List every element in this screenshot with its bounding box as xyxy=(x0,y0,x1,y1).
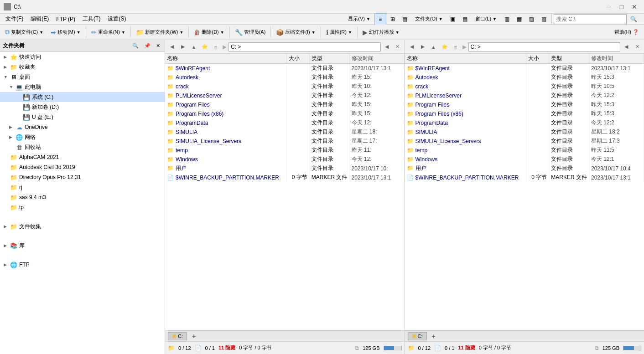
sidebar-item-dopus[interactable]: 📁 Directory Opus Pro 12.31 xyxy=(0,172,165,182)
col-header-name-right[interactable]: 名称 xyxy=(405,54,526,64)
table-row[interactable]: 📁Windows文件目录今天 12:1 xyxy=(405,155,644,164)
table-row[interactable]: 📁用户文件目录2023/10/17 10:4 xyxy=(405,164,644,173)
sidebar-item-onedrive[interactable]: ▶ ☁ OneDrive xyxy=(0,122,165,132)
folder-name[interactable]: ProgramData xyxy=(176,120,208,126)
col-header-date-right[interactable]: 修改时间 xyxy=(589,54,644,64)
left-tab[interactable]: ▣ C: xyxy=(168,332,187,340)
folder-name[interactable]: Windows xyxy=(415,156,438,163)
sidebar-item-desktop[interactable]: ▼ 🖥 桌面 xyxy=(0,72,165,82)
new-folder-button[interactable]: 📁 新建文件夹(W) ▼ xyxy=(133,26,187,38)
folder-name[interactable]: crack xyxy=(176,83,189,90)
back-btn-right[interactable]: ◀ xyxy=(407,42,417,51)
table-row[interactable]: 📁Program Files文件目录昨天 15: xyxy=(165,100,404,109)
col-header-size-left[interactable]: 大小 xyxy=(286,54,309,64)
menu-file[interactable]: 文件(F) xyxy=(2,14,27,24)
table-row[interactable]: 📁ProgramData文件目录今天 12: xyxy=(165,118,404,128)
folder-name[interactable]: SIMULIA_License_Servers xyxy=(415,138,481,144)
sidebar-item-quickaccess[interactable]: ▶ ⭐ 快速访问 xyxy=(0,52,165,62)
help-button[interactable]: 帮助(H) ❓ xyxy=(611,26,642,38)
folder-name[interactable]: Program Files xyxy=(415,102,450,108)
table-row[interactable]: 📁Autodesk文件目录昨天 15: xyxy=(165,73,404,82)
sidebar-item-library[interactable]: ▶ 📚 库 xyxy=(0,241,165,251)
folder-name[interactable]: Program Files xyxy=(176,102,210,108)
sidebar-item-thispc[interactable]: ▼ 💻 此电脑 xyxy=(0,82,165,92)
table-row[interactable]: 📁Autodesk文件目录昨天 15:3 xyxy=(405,73,644,82)
view-list-btn[interactable]: ▤ xyxy=(399,13,411,25)
up-btn-right[interactable]: ▲ xyxy=(429,42,439,51)
left-file-list[interactable]: 名称 大小 类型 修改时间 📁$WinREAgent文件目录2023/10/17… xyxy=(165,54,405,330)
sidebar-item-ftp[interactable]: ▶ 🌐 FTP xyxy=(0,260,165,270)
close-button[interactable]: ✕ xyxy=(628,2,640,11)
col-header-date-left[interactable]: 修改时间 xyxy=(349,54,404,64)
folder-name[interactable]: 用户 xyxy=(176,165,187,171)
table-row[interactable]: 📁temp文件目录昨天 11:5 xyxy=(405,146,644,155)
sidebar-search-btn[interactable]: 🔍 xyxy=(130,42,140,49)
right-add-tab-btn[interactable]: + xyxy=(429,332,439,341)
table-row[interactable]: 📁Program Files文件目录昨天 15:3 xyxy=(405,100,644,109)
rename-button[interactable]: ✏ 重命名(N) ▼ xyxy=(88,26,129,38)
pane-close-right[interactable]: ✕ xyxy=(632,42,642,51)
table-row[interactable]: 📁ProgramData文件目录今天 12:2 xyxy=(405,118,644,128)
folder-view2-btn[interactable]: ▤ xyxy=(459,13,471,25)
col-header-name-left[interactable]: 名称 xyxy=(165,54,286,64)
table-row[interactable]: 📁crack文件目录昨天 10:5 xyxy=(405,82,644,91)
sidebar-item-tp[interactable]: 📁 tp xyxy=(0,202,165,212)
more-btn-left[interactable]: ≡ xyxy=(211,42,221,51)
table-row[interactable]: 📄$WINRE_BACKUP_PARTITION.MARKER0 字节MARKE… xyxy=(405,173,644,182)
admin-button[interactable]: 🔧 管理员(A) xyxy=(232,26,269,38)
right-file-list[interactable]: 名称 大小 类型 修改时间 📁$WinREAgent文件目录2023/10/17… xyxy=(405,54,644,330)
folder-name[interactable]: Program Files (x86) xyxy=(176,111,223,117)
pane-prev-right[interactable]: ◀ xyxy=(621,42,631,51)
table-row[interactable]: 📁PLMLicenseServer文件目录今天 12: xyxy=(165,91,404,100)
path-bar-left[interactable]: C: > xyxy=(229,42,381,51)
folder-view1-btn[interactable]: ▣ xyxy=(447,13,459,25)
sidebar-item-drive-e[interactable]: 💾 U 盘 (E:) xyxy=(0,112,165,122)
maximize-button[interactable]: □ xyxy=(616,2,628,11)
forward-btn-right[interactable]: ▶ xyxy=(418,42,428,51)
sidebar-item-favorites[interactable]: ▶ 📁 收藏夹 xyxy=(0,62,165,72)
table-row[interactable]: 📁SIMULIA文件目录星期二 18: xyxy=(165,128,404,137)
menu-tools[interactable]: 工具(T) xyxy=(79,14,104,24)
folder-name[interactable]: SIMULIA xyxy=(176,129,197,135)
table-row[interactable]: 📁SIMULIA文件目录星期二 18:2 xyxy=(405,128,644,137)
right-tab[interactable]: ▣ C: xyxy=(408,332,427,340)
table-row[interactable]: 📁Program Files (x86)文件目录昨天 15: xyxy=(165,109,404,118)
folder-name[interactable]: Program Files (x86) xyxy=(415,111,463,117)
sidebar-item-rj[interactable]: 📁 rj xyxy=(0,182,165,192)
sidebar-close-btn[interactable]: ✕ xyxy=(154,42,162,49)
folder-name[interactable]: temp xyxy=(415,147,428,154)
forward-btn-left[interactable]: ▶ xyxy=(178,42,188,51)
table-row[interactable]: 📁Program Files (x86)文件目录昨天 15:3 xyxy=(405,109,644,118)
table-row[interactable]: 📁SIMULIA_License_Servers文件目录星期二 17: xyxy=(165,137,404,146)
folder-name[interactable]: Autodesk xyxy=(176,74,198,81)
pane-1-btn[interactable]: ▥ xyxy=(501,13,513,25)
sidebar-item-alphacam[interactable]: 📁 AlphaCAM 2021 xyxy=(0,152,165,162)
pane-2-btn[interactable]: ▦ xyxy=(513,13,525,25)
sidebar-pin-btn[interactable]: 📌 xyxy=(142,42,152,49)
sidebar-item-sas[interactable]: 📁 sas 9.4 m3 xyxy=(0,192,165,202)
folder-name[interactable]: crack xyxy=(415,83,429,90)
sidebar-item-drive-d[interactable]: 💾 新加卷 (D:) xyxy=(0,102,165,112)
folder-name[interactable]: PLMLicenseServer xyxy=(176,92,222,99)
props-button[interactable]: ℹ 属性(R) ▼ xyxy=(323,26,355,38)
menu-settings[interactable]: 设置(S) xyxy=(104,14,130,24)
folder-name[interactable]: Windows xyxy=(176,156,198,163)
pane-3-btn[interactable]: ▧ xyxy=(525,13,537,25)
search-icon-btn[interactable]: 🔍 xyxy=(628,13,639,25)
pane-prev-left[interactable]: ◀ xyxy=(382,42,392,51)
menu-edit[interactable]: 编辑(E) xyxy=(27,14,52,24)
folder-name[interactable]: temp xyxy=(176,147,188,154)
path-bar-right[interactable]: C: > xyxy=(468,42,621,51)
pane-4-btn[interactable]: ▨ xyxy=(538,13,550,25)
table-row[interactable]: 📁Windows文件目录今天 12: xyxy=(165,155,404,164)
table-row[interactable]: 📁SIMULIA_License_Servers文件目录星期二 17:3 xyxy=(405,137,644,146)
folder-name[interactable]: 用户 xyxy=(415,165,426,171)
folder-name[interactable]: ProgramData xyxy=(415,120,448,126)
sidebar-item-network[interactable]: ▶ 🌐 网络 xyxy=(0,132,165,142)
window-menu-btn[interactable]: 窗口(L) ▼ xyxy=(472,13,500,25)
files-menu-btn[interactable]: 文件夹(O) ▼ xyxy=(412,13,446,25)
table-row[interactable]: 📄$WINRE_BACKUP_PARTITION.MARKER0 字节MARKE… xyxy=(165,173,404,182)
table-row[interactable]: 📁$WinREAgent文件目录2023/10/17 13:1 xyxy=(405,64,644,73)
back-btn-left[interactable]: ◀ xyxy=(167,42,177,51)
table-row[interactable]: 📁用户文件目录2023/10/17 10: xyxy=(165,164,404,173)
